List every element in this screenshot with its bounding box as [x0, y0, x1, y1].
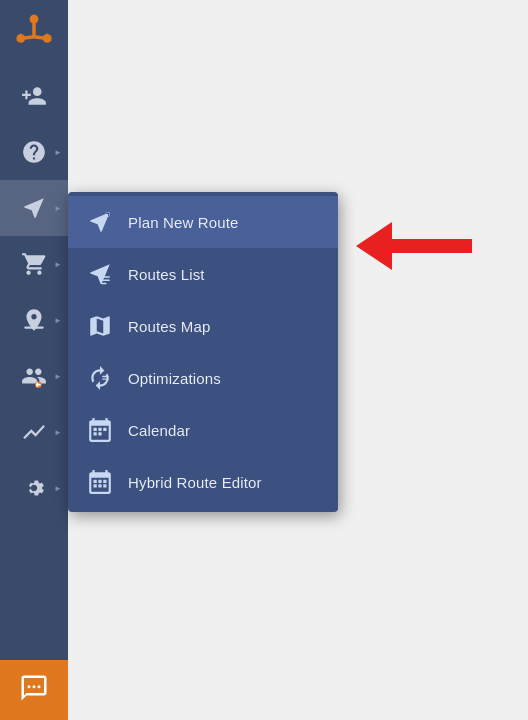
- sidebar-item-add-user[interactable]: [0, 68, 68, 124]
- routes-map-icon: [84, 310, 116, 342]
- svg-point-13: [38, 685, 41, 688]
- optimizations-label: Optimizations: [128, 370, 221, 387]
- analytics-chevron: ►: [54, 428, 62, 437]
- team-chevron: ►: [54, 372, 62, 381]
- plan-new-route-label: Plan New Route: [128, 214, 239, 231]
- calendar-label: Calendar: [128, 422, 190, 439]
- svg-rect-25: [94, 480, 97, 483]
- svg-rect-16: [101, 279, 110, 281]
- sidebar-item-analytics[interactable]: ►: [0, 404, 68, 460]
- dropdown-item-plan-new-route[interactable]: Plan New Route: [68, 196, 338, 248]
- svg-rect-28: [94, 484, 97, 487]
- settings-icon: [20, 474, 48, 502]
- svg-rect-27: [103, 480, 106, 483]
- routes-map-label: Routes Map: [128, 318, 210, 335]
- routes-chevron: ►: [54, 204, 62, 213]
- add-user-icon: [20, 82, 48, 110]
- sidebar-item-team[interactable]: ►: [0, 348, 68, 404]
- app-logo[interactable]: [0, 0, 68, 68]
- svg-rect-30: [103, 484, 106, 487]
- sidebar-item-settings[interactable]: ►: [0, 460, 68, 516]
- cart-icon: [20, 250, 48, 278]
- svg-rect-19: [102, 379, 109, 380]
- hybrid-route-editor-label: Hybrid Route Editor: [128, 474, 262, 491]
- svg-rect-23: [94, 432, 97, 435]
- routes-dropdown: Plan New Route Routes List Routes Map: [68, 192, 338, 512]
- chat-icon: [19, 673, 49, 707]
- routes-icon: [20, 194, 48, 222]
- calendar-icon: [84, 414, 116, 446]
- team-icon: [20, 362, 48, 390]
- svg-point-12: [33, 685, 36, 688]
- dropdown-item-optimizations[interactable]: Optimizations: [68, 352, 338, 404]
- svg-rect-15: [101, 276, 110, 278]
- location-chevron: ►: [54, 316, 62, 325]
- svg-rect-26: [98, 480, 101, 483]
- analytics-icon: [20, 418, 48, 446]
- optimizations-icon: [84, 362, 116, 394]
- svg-point-11: [28, 685, 31, 688]
- sidebar-item-routes[interactable]: ►: [0, 180, 68, 236]
- svg-rect-9: [24, 327, 44, 329]
- arrow-head: [356, 222, 392, 270]
- sidebar-item-location[interactable]: ►: [0, 292, 68, 348]
- help-chevron: ►: [54, 148, 62, 157]
- sidebar-item-help[interactable]: ►: [0, 124, 68, 180]
- help-icon: [20, 138, 48, 166]
- hybrid-route-editor-icon: [84, 466, 116, 498]
- dropdown-item-hybrid-route-editor[interactable]: Hybrid Route Editor: [68, 456, 338, 508]
- svg-rect-20: [94, 428, 97, 431]
- sidebar: ► ► ► ►: [0, 0, 68, 720]
- dropdown-item-calendar[interactable]: Calendar: [68, 404, 338, 456]
- routes-list-label: Routes List: [128, 266, 205, 283]
- plan-new-route-icon: [84, 206, 116, 238]
- svg-rect-22: [103, 428, 106, 431]
- dropdown-item-routes-list[interactable]: Routes List: [68, 248, 338, 300]
- arrow-body: [392, 239, 472, 253]
- svg-rect-21: [98, 428, 101, 431]
- red-arrow-indicator: [356, 222, 472, 270]
- routes-list-icon: [84, 258, 116, 290]
- svg-rect-29: [98, 484, 101, 487]
- sidebar-item-cart[interactable]: ►: [0, 236, 68, 292]
- location-icon: [20, 306, 48, 334]
- svg-rect-24: [98, 432, 101, 435]
- dropdown-item-routes-map[interactable]: Routes Map: [68, 300, 338, 352]
- cart-chevron: ►: [54, 260, 62, 269]
- chat-button[interactable]: [0, 660, 68, 720]
- settings-chevron: ►: [54, 484, 62, 493]
- svg-rect-18: [102, 376, 109, 377]
- svg-rect-17: [101, 283, 106, 285]
